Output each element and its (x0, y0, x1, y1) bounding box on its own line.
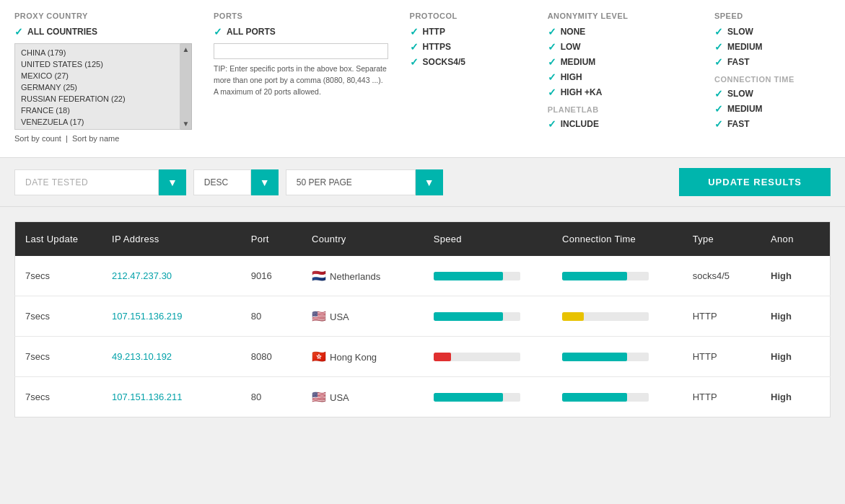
conntime-fast[interactable]: ✓ FAST (714, 118, 831, 130)
connection-time-label: CONNECTION TIME (714, 75, 831, 84)
scroll-down-icon[interactable]: ▼ (180, 118, 191, 129)
order-dropdown-btn[interactable]: ▼ (251, 169, 279, 195)
protocol-http[interactable]: ✓ HTTP (410, 26, 526, 37)
cell-country: 🇺🇸USA (302, 377, 424, 417)
update-results-button[interactable]: UPDATE RESULTS (679, 168, 831, 196)
cell-ip[interactable]: 107.151.136.211 (102, 377, 241, 417)
protocol-socks45[interactable]: ✓ SOCKS4/5 (410, 56, 526, 68)
country-list-item[interactable]: GERMANY (25) (15, 81, 180, 93)
conntime-bar (562, 353, 649, 361)
speed-bar-fill (434, 272, 503, 280)
country-list-wrapper: CHINA (179)UNITED STATES (125)MEXICO (27… (14, 43, 192, 130)
cell-port: 8080 (241, 337, 302, 377)
all-ports-option[interactable]: ✓ ALL PORTS (214, 26, 388, 37)
speed-fast[interactable]: ✓ FAST (714, 56, 831, 68)
per-page-dropdown-btn[interactable]: ▼ (416, 169, 443, 195)
th-type: Type (683, 222, 761, 257)
ports-input[interactable] (214, 43, 388, 59)
order-value: DESC (193, 169, 251, 195)
country-list-item[interactable]: FRANCE (18) (15, 105, 180, 116)
date-tested-dropdown-btn[interactable]: ▼ (159, 169, 186, 195)
ip-link[interactable]: 49.213.10.192 (112, 351, 172, 362)
date-tested-select[interactable]: DATE TESTED ▼ (14, 169, 186, 195)
order-select[interactable]: DESC ▼ (193, 169, 279, 195)
country-list-item[interactable]: MEXICO (27) (15, 70, 180, 81)
anon-low[interactable]: ✓ LOW (548, 41, 693, 53)
speed-medium[interactable]: ✓ MEDIUM (714, 41, 831, 53)
flag-icon: 🇭🇰 (312, 350, 326, 363)
speed-bar (434, 353, 520, 361)
cell-speed (424, 256, 552, 296)
th-country: Country (302, 222, 424, 257)
th-port: Port (241, 222, 302, 257)
flag-icon: 🇺🇸 (312, 391, 326, 403)
all-countries-option[interactable]: ✓ ALL COUNTRIES (14, 26, 192, 37)
sort-by-name-link[interactable]: Sort by name (72, 134, 119, 143)
speed-label: SPEED (714, 12, 831, 20)
anon-medium[interactable]: ✓ MEDIUM (548, 56, 693, 68)
all-countries-text: ALL COUNTRIES (27, 27, 97, 37)
speed-bar (434, 393, 520, 402)
table-row: 7secs 212.47.237.30 9016 🇳🇱Netherlands s… (15, 256, 831, 296)
ports-tip: TIP: Enter specific ports in the above b… (214, 63, 388, 97)
ports-label: PORTS (214, 12, 388, 20)
conntime-slow[interactable]: ✓ SLOW (714, 88, 831, 100)
ip-link[interactable]: 107.151.136.211 (112, 392, 183, 402)
all-countries-check: ✓ (14, 26, 23, 37)
speed-bar (434, 272, 520, 280)
country-list-item[interactable]: VENEZUELA (17) (15, 116, 180, 128)
flag-icon: 🇳🇱 (312, 270, 326, 282)
speed-filter: SPEED ✓ SLOW ✓ MEDIUM ✓ FAST CONNECTION … (714, 12, 831, 133)
country-list-item[interactable]: CHINA (179) (15, 47, 180, 58)
sort-by-count-link[interactable]: Sort by count (14, 134, 61, 143)
cell-anon: High (761, 296, 830, 337)
protocol-https[interactable]: ✓ HTTPS (410, 41, 526, 53)
speed-bar-fill (434, 393, 503, 402)
conntime-bar-fill (562, 353, 627, 361)
conntime-bar (562, 393, 649, 402)
conntime-bar (562, 312, 649, 321)
country-list-item[interactable]: KOREA, REPUBLIC OF (16) (15, 128, 180, 130)
scrollbar-btns[interactable]: ▲ ▼ (180, 43, 192, 130)
protocol-label: PROTOCOL (410, 12, 526, 20)
cell-lastupdate: 7secs (15, 256, 102, 296)
conntime-bar-fill (562, 393, 627, 402)
protocol-filter: PROTOCOL ✓ HTTP ✓ HTTPS ✓ SOCKS4/5 (410, 12, 526, 71)
cell-anon: High (761, 337, 830, 377)
cell-type: HTTP (683, 337, 761, 377)
proxy-country-filter: PROXY COUNTRY ✓ ALL COUNTRIES CHINA (179… (14, 12, 192, 143)
country-list[interactable]: CHINA (179)UNITED STATES (125)MEXICO (27… (14, 43, 180, 130)
conntime-medium[interactable]: ✓ MEDIUM (714, 103, 831, 115)
th-ip: IP Address (102, 222, 241, 257)
th-conntime: Connection Time (552, 222, 683, 257)
planetlab-label: PLANETLAB (548, 105, 693, 114)
per-page-select[interactable]: 50 PER PAGE ▼ (286, 169, 443, 195)
country-list-item[interactable]: UNITED STATES (125) (15, 58, 180, 70)
anon-none[interactable]: ✓ NONE (548, 26, 693, 37)
planetlab-include[interactable]: ✓ INCLUDE (548, 118, 693, 130)
cell-ip[interactable]: 107.151.136.219 (102, 296, 241, 337)
all-ports-text: ALL PORTS (227, 27, 276, 37)
scroll-up-icon[interactable]: ▲ (180, 44, 191, 55)
cell-conntime (552, 296, 683, 337)
anonymity-filter: ANONYMITY LEVEL ✓ NONE ✓ LOW ✓ MEDIUM ✓ … (548, 12, 693, 133)
speed-bar-fill (434, 353, 451, 361)
country-list-item[interactable]: RUSSIAN FEDERATION (22) (15, 93, 180, 105)
cell-anon: High (761, 377, 830, 417)
cell-lastupdate: 7secs (15, 377, 102, 417)
anonymity-label: ANONYMITY LEVEL (548, 12, 693, 20)
ports-filter: PORTS ✓ ALL PORTS TIP: Enter specific po… (214, 12, 388, 97)
anon-high-ka[interactable]: ✓ HIGH +KA (548, 87, 693, 98)
speed-slow[interactable]: ✓ SLOW (714, 26, 831, 37)
proxy-table: Last Update IP Address Port Country Spee… (14, 221, 831, 417)
th-anon: Anon (761, 222, 830, 257)
table-header: Last Update IP Address Port Country Spee… (15, 222, 831, 257)
anon-high[interactable]: ✓ HIGH (548, 71, 693, 83)
cell-speed (424, 377, 552, 417)
cell-ip[interactable]: 49.213.10.192 (102, 337, 241, 377)
cell-ip[interactable]: 212.47.237.30 (102, 256, 241, 296)
ip-link[interactable]: 107.151.136.219 (112, 311, 183, 322)
cell-type: socks4/5 (683, 256, 761, 296)
ip-link[interactable]: 212.47.237.30 (112, 270, 172, 281)
cell-conntime (552, 337, 683, 377)
